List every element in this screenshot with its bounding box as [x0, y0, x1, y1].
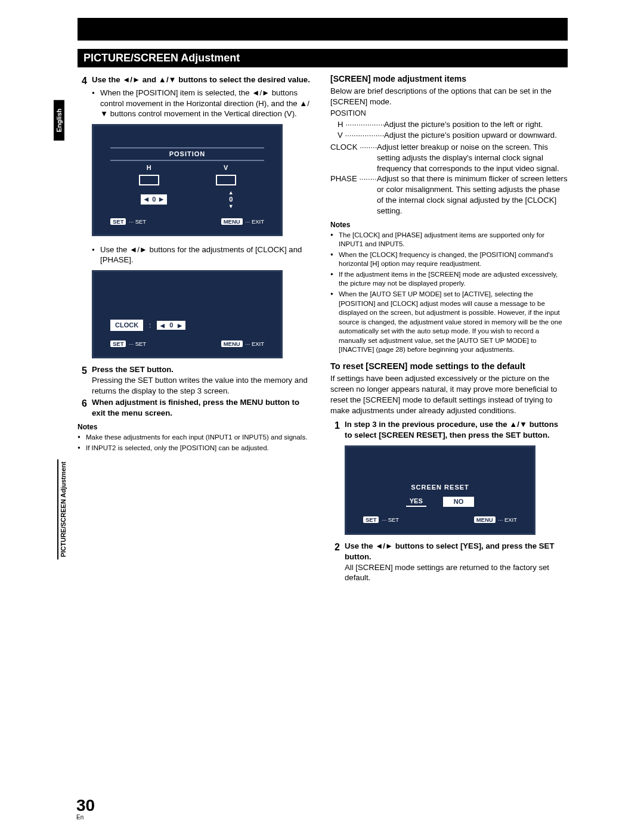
- definitions-table: H ··················· Adjust the picture…: [338, 119, 568, 141]
- step-4-bullet-1-text: When the [POSITION] item is selected, th…: [100, 88, 315, 119]
- step-4-bullet-1: When the [POSITION] item is selected, th…: [92, 88, 315, 119]
- osd-exit-label: EXIT: [252, 218, 264, 225]
- osd-position-h-value: ◀ 0 ▶: [141, 194, 167, 205]
- osd-set-hint: SET ··· SET: [110, 340, 146, 348]
- menu-key-icon: MENU: [221, 218, 243, 225]
- osd-set-label: SET: [135, 340, 146, 347]
- def-h-term: H ···················: [338, 119, 384, 130]
- reset-step-1-title: In step 3 in the previous procedure, use…: [345, 419, 568, 441]
- screen-h-icon: [139, 175, 159, 185]
- reset-body: If settings have been adjusted excessive…: [330, 373, 568, 416]
- triangle-left-icon: ◀: [160, 322, 165, 329]
- osd-position-screenshot: POSITION H V ◀ 0 ▶ ▲: [92, 124, 283, 236]
- left-notes-list: Make these adjustments for each input (I…: [78, 433, 315, 453]
- two-column-layout: 4 Use the ◄/► and ▲/▼ buttons to select …: [78, 73, 568, 583]
- after-position-note: Use the ◄/► buttons for the adjustments …: [78, 242, 315, 266]
- osd-exit-label: EXIT: [252, 340, 264, 347]
- reset-step-1-number: 1: [330, 419, 345, 441]
- reset-step-2-title: Use the ◄/► buttons to select [YES], and…: [345, 541, 568, 562]
- reset-step-2-number: 2: [330, 541, 345, 583]
- triangle-down-icon: ▼: [228, 204, 234, 209]
- osd-clock-footer: SET ··· SET MENU ··· EXIT: [110, 340, 264, 348]
- page-content: PICTURE/SCREEN Adjustment 4 Use the ◄/► …: [78, 18, 568, 821]
- osd-reset-no: NO: [443, 497, 475, 507]
- step-5: 5 Press the SET button. Pressing the SET…: [78, 364, 315, 396]
- set-key-icon: SET: [110, 340, 126, 347]
- right-note-3: If the adjustment items in the [SCREEN] …: [330, 270, 568, 289]
- right-column: [SCREEN] mode adjustment items Below are…: [330, 73, 568, 583]
- osd-set-hint: SET ··· SET: [110, 218, 146, 226]
- reset-heading: To reset [SCREEN] mode settings to the d…: [330, 361, 568, 373]
- bullet-icon: [92, 244, 100, 266]
- right-note-3-text: If the adjustment items in the [SCREEN] …: [339, 270, 568, 289]
- osd-clock-colon: :: [149, 321, 151, 330]
- osd-position-hv-labels: H V: [110, 163, 264, 172]
- def-h-desc: Adjust the picture's position to the lef…: [384, 119, 568, 130]
- osd-clock-label: CLOCK: [110, 320, 143, 331]
- set-key-icon: SET: [363, 516, 379, 523]
- def-h: H ··················· Adjust the picture…: [338, 119, 568, 130]
- reset-step-1: 1 In step 3 in the previous procedure, u…: [330, 419, 568, 441]
- osd-position-icons: [110, 175, 264, 185]
- left-column: 4 Use the ◄/► and ▲/▼ buttons to select …: [78, 73, 315, 583]
- osd-position-h-label: H: [147, 163, 151, 172]
- step-5-number: 5: [78, 364, 92, 396]
- def-v: V ··················· Adjust the picture…: [338, 130, 568, 141]
- right-note-4-text: When the [AUTO SET UP MODE] set to [ACTI…: [339, 290, 568, 355]
- bullet-icon: [78, 433, 86, 442]
- osd-position-h-number: 0: [152, 195, 156, 204]
- def-phase-desc: Adjust so that there is minimum flicker …: [377, 174, 568, 216]
- osd-reset-screenshot: SCREEN RESET YES NO SET ··· SET MENU ···…: [345, 445, 535, 535]
- triangle-right-icon: ▶: [178, 322, 182, 329]
- triangle-up-icon: ▲: [228, 190, 234, 195]
- osd-position-footer: SET ··· SET MENU ··· EXIT: [110, 218, 264, 226]
- def-phase: PHASE ········ Adjust so that there is m…: [330, 174, 568, 216]
- bullet-icon: [330, 231, 339, 249]
- menu-key-icon: MENU: [221, 340, 243, 347]
- osd-exit-label: EXIT: [504, 516, 517, 523]
- left-note-2-text: If INPUT2 is selected, only the [POSITIO…: [86, 444, 315, 453]
- def-clock-term: CLOCK ········: [330, 142, 377, 174]
- def-v-desc: Adjust the picture's position upward or …: [384, 130, 568, 141]
- osd-exit-hint: MENU ··· EXIT: [221, 218, 264, 226]
- right-note-4: When the [AUTO SET UP MODE] set to [ACTI…: [330, 290, 568, 355]
- step-4-number: 4: [78, 75, 92, 119]
- reset-step-2-body: All [SCREEN] mode settings are returned …: [345, 562, 568, 584]
- top-black-band: [78, 18, 568, 41]
- bullet-icon: [330, 270, 339, 289]
- step-4-title: Use the ◄/► and ▲/▼ buttons to select th…: [92, 75, 315, 85]
- right-note-1: The [CLOCK] and [PHASE] adjustment items…: [330, 231, 568, 249]
- screen-v-icon: [216, 175, 236, 185]
- definitions-table-2: CLOCK ········ Adjust letter breakup or …: [330, 142, 568, 216]
- osd-reset-buttons: YES NO: [363, 497, 517, 507]
- screen-items-heading: [SCREEN] mode adjustment items: [330, 73, 568, 85]
- position-subheading: POSITION: [330, 109, 568, 119]
- osd-reset-yes: YES: [406, 497, 426, 507]
- osd-reset-footer: SET ··· SET MENU ··· EXIT: [363, 516, 517, 524]
- set-key-icon: SET: [110, 218, 126, 225]
- reset-step-2: 2 Use the ◄/► buttons to select [YES], a…: [330, 541, 568, 583]
- def-clock-desc: Adjust letter breakup or noise on the sc…: [377, 142, 568, 174]
- right-note-1-text: The [CLOCK] and [PHASE] adjustment items…: [339, 231, 568, 249]
- def-phase-term: PHASE ········: [330, 174, 377, 216]
- menu-key-icon: MENU: [474, 516, 496, 523]
- bullet-icon: [330, 250, 339, 269]
- osd-clock-row: CLOCK : ◀ 0 ▶: [110, 320, 264, 331]
- bullet-icon: [78, 444, 86, 453]
- left-note-1: Make these adjustments for each input (I…: [78, 433, 315, 442]
- step-6: 6 When adjustment is finished, press the…: [78, 397, 315, 419]
- right-note-2-text: When the [CLOCK] frequency is changed, t…: [339, 250, 568, 269]
- osd-clock-screenshot: CLOCK : ◀ 0 ▶ SET ··· SET MENU ··· EXIT: [92, 270, 283, 358]
- right-note-2: When the [CLOCK] frequency is changed, t…: [330, 250, 568, 269]
- right-notes-heading: Notes: [330, 220, 568, 230]
- osd-clock-value: ◀ 0 ▶: [157, 321, 185, 330]
- def-clock: CLOCK ········ Adjust letter breakup or …: [330, 142, 568, 174]
- osd-exit-hint: MENU ··· EXIT: [474, 516, 517, 524]
- osd-clock-number: 0: [169, 321, 173, 330]
- right-notes-list: The [CLOCK] and [PHASE] adjustment items…: [330, 231, 568, 355]
- osd-set-hint: SET ··· SET: [363, 516, 399, 524]
- left-notes-heading: Notes: [78, 422, 315, 432]
- step-4: 4 Use the ◄/► and ▲/▼ buttons to select …: [78, 75, 315, 119]
- step-5-title: Press the SET button.: [92, 364, 315, 375]
- page-title: PICTURE/SCREEN Adjustment: [78, 49, 568, 67]
